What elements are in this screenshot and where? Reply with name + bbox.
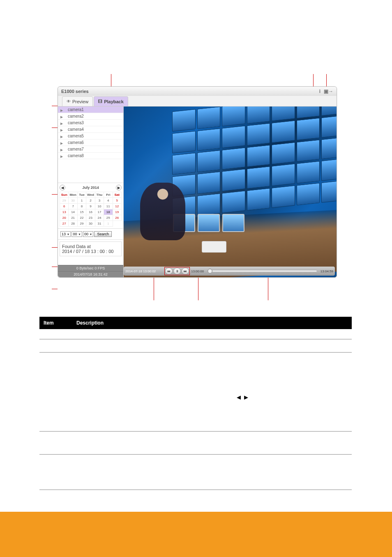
camera-item[interactable]: camera3 [58, 120, 123, 126]
camera-item[interactable]: camera7 [58, 146, 123, 153]
calendar-day[interactable]: 15 [77, 209, 86, 215]
calendar-day[interactable]: 12 [113, 204, 121, 209]
calendar-day[interactable]: 29 [77, 221, 86, 227]
second-select[interactable]: 00 ▼ [83, 231, 93, 237]
camera-item[interactable]: camera2 [58, 113, 123, 120]
minute-select[interactable]: 00 ▼ [71, 231, 82, 237]
calendar-day[interactable]: 10 [95, 204, 104, 209]
camera-icon [60, 114, 66, 118]
tab-preview[interactable]: 👁 Preview [62, 96, 93, 106]
calendar-day[interactable]: 29 [60, 198, 69, 204]
calendar-day[interactable]: 1 [77, 198, 86, 204]
camera-label: camera1 [68, 107, 84, 112]
calendar-day[interactable]: 23 [86, 215, 95, 221]
calendar-day[interactable]: 31 [95, 221, 104, 227]
status-lines: 0 Byte/sec 0 FPS 2014/07/18 16:31:42 [58, 265, 123, 277]
camera-item[interactable]: camera4 [58, 126, 123, 133]
description-header: Item Description [39, 317, 352, 329]
playback-slider[interactable] [207, 270, 317, 272]
slider-thumb[interactable] [208, 269, 212, 274]
calendar-prev-button[interactable]: ◀ [60, 185, 65, 190]
fastforward-button[interactable]: ⏭ [182, 268, 189, 274]
calendar-day[interactable]: 20 [60, 215, 69, 221]
calendar-day[interactable]: 4 [104, 198, 113, 204]
hour-select[interactable]: 13 ▼ [60, 231, 71, 237]
calendar-next-button[interactable]: ▶ [116, 185, 122, 190]
calendar-day[interactable]: 27 [60, 221, 69, 227]
calendar-day[interactable]: 3 [95, 198, 104, 204]
playback-bar: 2014-07-18 13:00:02 ⏮ ⏸ ⏭ 13:00:00 13:04… [124, 267, 335, 276]
calendar-day[interactable]: 17 [95, 209, 104, 215]
divider [39, 339, 352, 339]
monitor-wall-graphic [172, 107, 337, 218]
calendar-day[interactable]: 21 [69, 215, 77, 221]
divider [39, 454, 352, 455]
desc-col-item: Item [44, 320, 76, 326]
calendar-day[interactable]: 19 [113, 209, 121, 215]
calendar-day[interactable]: 22 [77, 215, 86, 221]
calendar-day[interactable]: 2 [86, 198, 95, 204]
operator-graphic [140, 183, 185, 240]
found-time: 2014 / 07 / 18 13 : 00 : 00 [62, 249, 119, 254]
logout-icon[interactable]: ▣→ [324, 88, 333, 94]
camera-label: camera6 [68, 140, 84, 145]
camera-icon [60, 121, 66, 125]
camera-icon [60, 141, 66, 145]
playback-timestamp: 2014-07-18 13:00:02 [125, 269, 163, 273]
footer-band [0, 512, 392, 557]
calendar-dow: Tue [77, 192, 86, 198]
calendar-day[interactable]: 28 [69, 221, 77, 227]
playback-end-time: 13:04:59 [321, 269, 333, 273]
calendar-dow: Thu [95, 192, 104, 198]
search-button[interactable]: Search [94, 231, 112, 237]
camera-label: camera4 [68, 127, 84, 132]
calendar-day[interactable]: 9 [86, 204, 95, 209]
status-rate: 0 Byte/sec 0 FPS [58, 265, 123, 271]
calendar-day[interactable]: 26 [113, 215, 121, 221]
calendar-day[interactable]: 8 [77, 204, 86, 209]
calendar-day[interactable]: 14 [69, 209, 77, 215]
rewind-button[interactable]: ⏮ [165, 268, 173, 274]
calendar-day[interactable]: 5 [113, 198, 121, 204]
titlebar-icons: i ▣→ [319, 88, 333, 94]
info-icon[interactable]: i [319, 88, 321, 94]
phone-graphic [202, 241, 226, 253]
calendar-day[interactable]: 25 [104, 215, 113, 221]
camera-item[interactable]: camera6 [58, 139, 123, 146]
calendar-day[interactable]: 7 [69, 204, 77, 209]
calendar-day[interactable]: 11 [104, 204, 113, 209]
camera-item[interactable]: camera5 [58, 133, 123, 139]
calendar-header: ◀ July 2014 ▶ [60, 185, 122, 190]
calendar-day[interactable]: 24 [95, 215, 104, 221]
pause-button[interactable]: ⏸ [173, 268, 181, 274]
calendar-grid: Sun Mon Tue Wed Thu Fri Sat 293012345678… [60, 192, 122, 227]
divider [39, 490, 352, 490]
sidebar: camera1 camera2 camera3 camera4 camera5 … [58, 107, 124, 277]
calendar-day[interactable]: 6 [60, 204, 69, 209]
tab-playback-label: Playback [104, 99, 124, 104]
calendar-day[interactable]: 16 [86, 209, 95, 215]
calendar-day[interactable]: 13 [60, 209, 69, 215]
nav-arrows-icon: ◀ ▶ [237, 394, 249, 400]
calendar-day[interactable]: 30 [69, 198, 77, 204]
app-window: E1000 series i ▣→ 👁 Preview 🎞 Playback c… [58, 86, 337, 278]
divider [39, 431, 352, 432]
tab-playback[interactable]: 🎞 Playback [94, 96, 128, 106]
camera-label: camera5 [68, 134, 84, 138]
camera-list: camera1 camera2 camera3 camera4 camera5 … [58, 107, 123, 183]
camera-label: camera2 [68, 114, 84, 118]
camera-icon [60, 154, 66, 158]
calendar-day[interactable]: 1 [104, 221, 113, 227]
playback-controls: ⏮ ⏸ ⏭ [165, 267, 189, 275]
app-body: camera1 camera2 camera3 camera4 camera5 … [58, 107, 337, 277]
calendar-day[interactable]: 18 [104, 209, 113, 215]
calendar-dow: Mon [69, 192, 77, 198]
calendar-dow: Wed [86, 192, 95, 198]
camera-item[interactable]: camera1 [58, 107, 123, 113]
calendar-month-label: July 2014 [82, 186, 99, 190]
calendar-day[interactable]: 30 [86, 221, 95, 227]
camera-item[interactable]: camera8 [58, 153, 123, 159]
camera-icon [60, 147, 66, 151]
time-search-row: 13 ▼ 00 ▼ 00 ▼ Search [58, 229, 123, 240]
calendar-dow: Fri [104, 192, 113, 198]
